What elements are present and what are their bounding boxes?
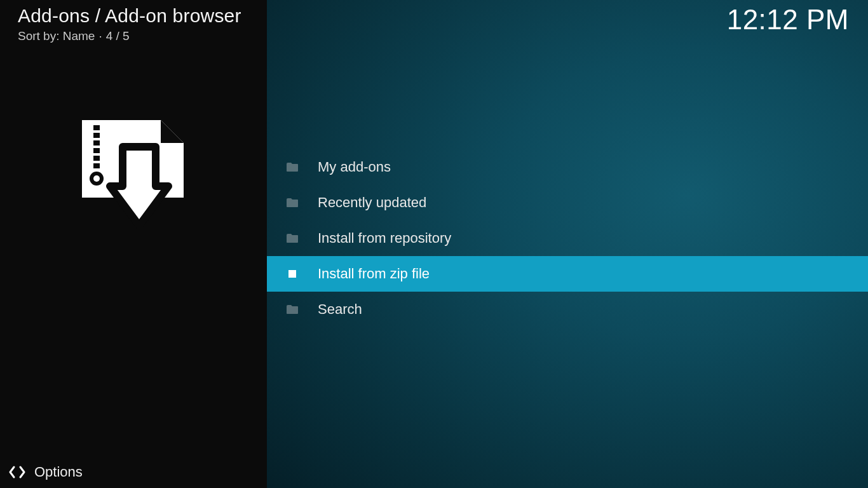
options-label: Options bbox=[34, 464, 83, 480]
svg-point-7 bbox=[93, 175, 100, 182]
folder-icon bbox=[286, 232, 299, 245]
svg-rect-4 bbox=[93, 156, 100, 161]
list-item[interactable]: Recently updated bbox=[267, 185, 868, 220]
list-item[interactable]: Search bbox=[267, 292, 868, 327]
list-position: 4 / 5 bbox=[106, 29, 130, 43]
install-zip-large-icon bbox=[79, 118, 187, 235]
folder-icon bbox=[286, 303, 299, 316]
svg-rect-0 bbox=[93, 125, 100, 130]
svg-rect-3 bbox=[93, 148, 100, 153]
options-arrows-icon bbox=[9, 464, 25, 480]
list-item[interactable]: Install from zip file bbox=[267, 256, 868, 292]
addon-browser-list: My add-onsRecently updatedInstall from r… bbox=[267, 149, 868, 327]
folder-icon bbox=[286, 196, 299, 209]
zip-file-icon bbox=[286, 268, 299, 280]
list-item-label: Recently updated bbox=[318, 194, 426, 211]
folder-icon bbox=[286, 161, 299, 173]
sort-info: Sort by: Name·4 / 5 bbox=[18, 29, 130, 43]
list-item[interactable]: Install from repository bbox=[267, 220, 868, 256]
svg-rect-5 bbox=[93, 163, 100, 168]
main-panel: 12:12 PM My add-onsRecently updatedInsta… bbox=[267, 0, 868, 488]
list-item-label: Install from repository bbox=[318, 230, 451, 247]
sort-label: Sort by: Name bbox=[18, 29, 95, 43]
list-item-label: My add-ons bbox=[318, 159, 391, 175]
svg-rect-1 bbox=[93, 133, 100, 138]
svg-rect-2 bbox=[93, 140, 100, 146]
breadcrumb-title: Add-ons / Add-on browser bbox=[18, 5, 241, 27]
list-item-label: Search bbox=[318, 301, 362, 318]
list-item-label: Install from zip file bbox=[318, 266, 430, 282]
separator-dot: · bbox=[95, 29, 105, 43]
clock: 12:12 PM bbox=[727, 4, 849, 36]
sidebar: Add-ons / Add-on browser Sort by: Name·4… bbox=[0, 0, 267, 488]
list-item[interactable]: My add-ons bbox=[267, 149, 868, 185]
options-button[interactable]: Options bbox=[9, 464, 83, 480]
